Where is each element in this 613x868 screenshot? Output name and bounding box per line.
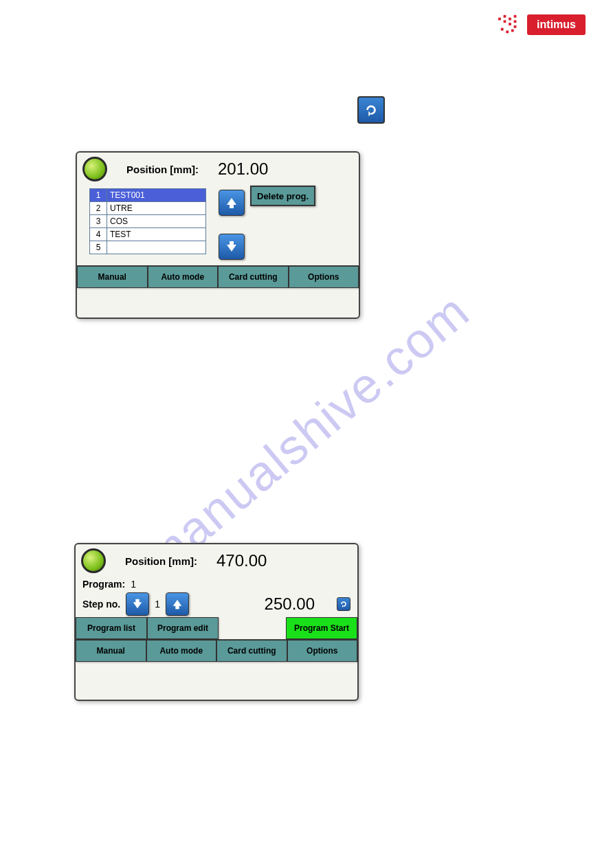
bottom-bar: Manual Auto mode Card cutting Options: [77, 265, 359, 288]
auto-mode-button[interactable]: Auto mode: [146, 640, 217, 662]
position-label: Position [mm]:: [125, 555, 197, 567]
row-number: 5: [90, 241, 107, 254]
return-mini-button[interactable]: [337, 597, 350, 611]
table-row[interactable]: 2 UTRE: [90, 202, 206, 215]
svg-rect-7: [514, 25, 517, 28]
svg-rect-0: [498, 18, 501, 21]
table-row[interactable]: 3 COS: [90, 215, 206, 228]
spacer: [219, 617, 286, 639]
step-down-button[interactable]: [126, 592, 149, 616]
panel-header: Position [mm]: 470.00: [76, 544, 357, 577]
program-edit-button[interactable]: Program edit: [147, 617, 219, 639]
options-button[interactable]: Options: [289, 266, 359, 288]
row-name: COS: [107, 215, 206, 228]
scroll-down-button[interactable]: [219, 234, 245, 260]
brand-logo: intimus: [497, 14, 586, 36]
svg-rect-5: [514, 15, 517, 18]
arrow-down-icon: [131, 598, 144, 610]
table-row[interactable]: 5: [90, 241, 206, 254]
status-led-icon: [81, 548, 106, 573]
row-number: 3: [90, 215, 107, 228]
row-name: TEST001: [107, 189, 206, 202]
svg-rect-8: [501, 28, 504, 31]
svg-rect-3: [509, 18, 511, 21]
arrow-up-icon: [171, 598, 183, 610]
arrow-down-icon: [225, 240, 238, 254]
return-button[interactable]: [357, 96, 385, 124]
svg-rect-10: [511, 30, 514, 32]
status-led-icon: [82, 157, 107, 181]
program-label: Program:: [82, 579, 125, 590]
program-list-panel: Position [mm]: 201.00 1 TEST001 2 UTRE 3…: [76, 151, 360, 319]
step-up-button[interactable]: [166, 592, 189, 616]
auto-mode-button[interactable]: Auto mode: [148, 266, 219, 288]
svg-rect-6: [514, 20, 517, 23]
panel-header: Position [mm]: 201.00: [77, 153, 359, 186]
step-value: 1: [155, 599, 160, 610]
table-row[interactable]: 1 TEST001: [90, 189, 206, 202]
card-cutting-button[interactable]: Card cutting: [216, 640, 287, 662]
delete-program-button[interactable]: Delete prog.: [250, 186, 315, 206]
svg-rect-4: [509, 23, 511, 25]
row-name: [107, 241, 206, 254]
bottom-bar: Manual Auto mode Card cutting Options: [76, 639, 357, 662]
svg-rect-2: [504, 20, 506, 23]
watermark: manualshive.com: [133, 282, 480, 586]
table-row[interactable]: 4 TEST: [90, 228, 206, 241]
brand-name: intimus: [527, 14, 586, 35]
svg-rect-9: [506, 30, 509, 33]
position-label: Position [mm]:: [126, 164, 199, 175]
row-number: 2: [90, 202, 107, 215]
target-value: 250.00: [265, 594, 315, 614]
manual-button[interactable]: Manual: [76, 640, 146, 662]
row-name: TEST: [107, 228, 206, 241]
row-name: UTRE: [107, 202, 206, 215]
return-arrow-icon: [364, 102, 379, 118]
program-table[interactable]: 1 TEST001 2 UTRE 3 COS 4 TEST 5: [89, 188, 206, 254]
card-cutting-button[interactable]: Card cutting: [218, 266, 289, 288]
brand-dots-icon: [497, 14, 523, 36]
action-bar: Program list Program edit Program Start: [76, 617, 357, 639]
svg-rect-1: [504, 15, 506, 18]
return-arrow-icon: [339, 600, 348, 608]
manual-button[interactable]: Manual: [77, 266, 148, 288]
arrow-up-icon: [225, 196, 238, 210]
row-number: 1: [90, 189, 107, 202]
step-label: Step no.: [82, 599, 120, 610]
row-number: 4: [90, 228, 107, 241]
program-list-button[interactable]: Program list: [76, 617, 147, 639]
program-value: 1: [131, 579, 136, 590]
position-value: 201.00: [218, 159, 268, 179]
program-start-button[interactable]: Program Start: [286, 617, 357, 639]
program-run-panel: Position [mm]: 470.00 Program: 1 Step no…: [74, 543, 359, 701]
options-button[interactable]: Options: [287, 640, 358, 662]
scroll-up-button[interactable]: [219, 190, 245, 216]
position-value: 470.00: [216, 551, 267, 570]
